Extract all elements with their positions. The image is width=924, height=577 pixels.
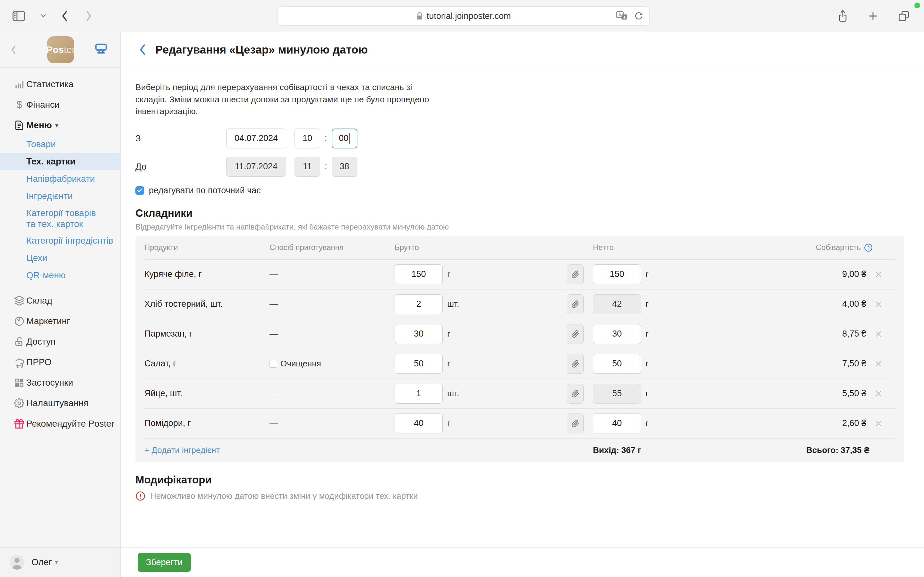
brutto-input[interactable]	[395, 414, 443, 434]
new-tab-icon[interactable]	[867, 11, 879, 21]
remove-ingredient-icon[interactable]	[875, 300, 882, 308]
sidebar-item-menu[interactable]: Меню ▾	[0, 115, 120, 135]
user-menu[interactable]: Олег ▾	[0, 547, 120, 577]
ingredient-name: Яйце, шт.	[144, 388, 270, 398]
sidebar-item-semi-finished[interactable]: Напівфабрикати	[0, 170, 120, 187]
recording-indicator-dot	[914, 3, 920, 8]
cost-value: 7,50 ₴	[842, 359, 866, 369]
cost-value: 8,75 ₴	[842, 329, 866, 339]
share-icon[interactable]	[837, 10, 848, 23]
table-footer-row: + Додати інгредієнт Вихід: 367 г Всього:…	[144, 438, 895, 462]
attach-button[interactable]	[567, 414, 583, 434]
ingredient-name: Пармезан, г	[144, 329, 270, 339]
pie-chart-icon	[12, 316, 26, 327]
toolbar-chevron-down-icon[interactable]	[39, 13, 47, 19]
sidebar-item-access[interactable]: Доступ	[0, 332, 120, 352]
url-text: tutorial.joinposter.com	[427, 11, 511, 21]
remove-ingredient-icon[interactable]	[875, 330, 882, 338]
remove-ingredient-icon[interactable]	[875, 420, 882, 427]
sidebar-item-marketing[interactable]: Маркетинг	[0, 311, 120, 332]
col-product: Продукти	[144, 243, 270, 252]
brutto-input[interactable]	[395, 264, 443, 284]
cleaning-checkbox-label[interactable]: Очищення	[280, 359, 321, 369]
sidebar-item-ingredient-categories[interactable]: Категорії інгредієнтів	[0, 232, 120, 250]
netto-input[interactable]	[593, 324, 641, 344]
sidebar-item-tech-cards[interactable]: Тех. картки	[0, 153, 120, 170]
sidebar-item-qr-menu[interactable]: QR-меню	[0, 267, 120, 284]
remove-ingredient-icon[interactable]	[875, 390, 882, 398]
from-minute-input[interactable]: 00	[332, 129, 357, 148]
sidebar-item-statistics[interactable]: Статистика	[0, 74, 120, 95]
help-icon[interactable]: ?	[864, 243, 873, 252]
save-button[interactable]: Зберегти	[137, 553, 191, 572]
from-hour-input[interactable]	[294, 129, 320, 148]
sidebar-item-settings[interactable]: Налаштування	[0, 393, 120, 414]
modifiers-warning: Неможливо минулою датою внести зміни у м…	[136, 491, 924, 501]
sidebar-item-recommend-poster[interactable]: Рекомендуйте Poster	[0, 414, 120, 434]
netto-input	[593, 294, 641, 314]
table-row: Пармезан, г — г г 8,75 ₴	[144, 319, 895, 349]
text-cursor	[349, 133, 350, 143]
attach-button[interactable]	[567, 354, 583, 374]
sidebar-toggle-icon[interactable]	[12, 10, 26, 22]
cost-value: 9,00 ₴	[842, 269, 866, 279]
attach-button[interactable]	[567, 384, 583, 404]
attach-button[interactable]	[567, 294, 583, 314]
netto-input[interactable]	[593, 264, 641, 284]
cleaning-checkbox[interactable]	[270, 360, 277, 367]
sidebar-item-workshops[interactable]: Цехи	[0, 250, 120, 267]
logo-text-bold: Pos	[46, 44, 64, 55]
forward-button[interactable]	[84, 10, 93, 22]
sidebar-item-warehouse[interactable]: Склад	[0, 290, 120, 311]
sidebar-collapse-icon[interactable]	[10, 44, 17, 55]
tab-overview-icon[interactable]	[898, 10, 910, 22]
sidebar-item-products[interactable]: Товари	[0, 135, 120, 153]
sidebar-item-prro[interactable]: ПРРО	[0, 352, 120, 372]
remove-ingredient-icon[interactable]	[875, 360, 882, 367]
brutto-input[interactable]	[395, 384, 443, 404]
remove-ingredient-icon[interactable]	[875, 271, 882, 278]
logo-text-light: ter	[64, 44, 75, 55]
current-time-checkbox-label[interactable]: редагувати по поточний час	[149, 185, 261, 195]
from-label: З	[136, 133, 226, 143]
table-row: Яйце, шт. — шт. г 5,50 ₴	[144, 379, 895, 409]
action-bar: Зберегти	[121, 547, 924, 577]
brutto-input[interactable]	[395, 354, 443, 374]
to-minute-input	[332, 157, 357, 177]
attach-button[interactable]	[567, 264, 583, 284]
bar-chart-icon	[12, 79, 26, 90]
user-caret-icon: ▾	[55, 559, 58, 566]
from-date-input[interactable]	[226, 129, 286, 148]
sidebar-item-finance[interactable]: $ Фінанси	[0, 95, 120, 115]
sidebar-item-apps[interactable]: Застосунки	[0, 372, 120, 393]
address-bar[interactable]: tutorial.joinposter.com A a	[278, 6, 650, 26]
sidebar-item-ingredients[interactable]: Інгредієнти	[0, 187, 120, 205]
lock-icon	[417, 12, 423, 20]
page-title: Редагування «Цезар» минулою датою	[155, 43, 368, 56]
terminal-icon[interactable]	[94, 41, 109, 56]
brutto-input[interactable]	[395, 294, 443, 314]
unlock-icon	[12, 337, 26, 347]
svg-text:?: ?	[867, 245, 869, 250]
page-back-button[interactable]	[139, 44, 147, 56]
poster-logo[interactable]: Poster	[47, 36, 74, 63]
col-preparation: Спосіб приготування	[270, 243, 395, 252]
to-date-input	[226, 157, 286, 177]
reload-icon[interactable]	[634, 11, 644, 21]
back-button[interactable]	[61, 10, 69, 22]
netto-input[interactable]	[593, 414, 641, 434]
sidebar-item-product-categories[interactable]: Категорії товарів та тех. карток	[0, 205, 120, 232]
netto-input[interactable]	[593, 354, 641, 374]
attach-button[interactable]	[567, 324, 583, 344]
grid-icon	[12, 378, 26, 388]
menu-submenu: Товари Тех. картки Напівфабрикати Інгред…	[0, 135, 120, 284]
current-time-checkbox[interactable]	[136, 186, 144, 195]
translate-icon[interactable]: A a	[615, 11, 628, 21]
brutto-input[interactable]	[395, 324, 443, 344]
cost-value: 2,60 ₴	[842, 418, 866, 428]
sidebar-header: Poster	[0, 32, 120, 68]
document-icon	[12, 120, 26, 131]
add-ingredient-link[interactable]: + Додати інгредієнт	[144, 445, 395, 455]
from-row: З : 00	[136, 129, 924, 148]
sidebar: Poster Статистика $ Фінанси	[0, 32, 121, 577]
